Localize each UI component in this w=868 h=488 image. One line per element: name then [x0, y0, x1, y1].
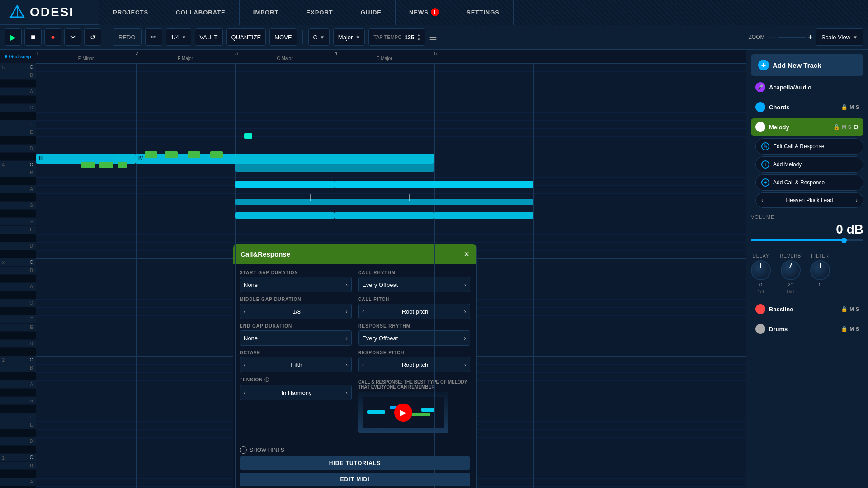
piano-key-C#2[interactable] [0, 446, 36, 454]
dialog-close-button[interactable]: × [464, 249, 469, 259]
piano-key-D2[interactable]: D [0, 437, 36, 446]
tap-tempo-control[interactable]: TAP TEMPO 125 ▲ ▼ [368, 28, 425, 46]
track-chords[interactable]: Chords 🔒 M S [751, 99, 863, 116]
delay-knob[interactable] [751, 260, 771, 280]
piano-key-D#2[interactable] [0, 429, 36, 437]
response-pitch-left-arrow[interactable]: ‹ [362, 361, 364, 368]
track-melody[interactable]: Melody 🔒 M S ⚙ [751, 118, 863, 136]
scale-view-button[interactable]: Scale View ▼ [816, 28, 863, 46]
piano-key-D3[interactable]: D [0, 340, 36, 348]
piano-key-C4[interactable]: 4C [0, 161, 36, 169]
end-gap-right-arrow[interactable]: › [345, 334, 348, 342]
record-button[interactable]: ● [44, 28, 61, 46]
nav-guide[interactable]: GUIDE [347, 0, 396, 25]
piano-key-F#4[interactable] [0, 210, 36, 218]
piano-key-C3[interactable]: 3C [0, 258, 36, 267]
cut-button[interactable]: ✂ [64, 28, 81, 46]
middle-gap-right-arrow[interactable]: › [345, 308, 348, 315]
piano-key-A3[interactable]: A [0, 283, 36, 291]
loop-button[interactable]: ↺ [84, 28, 101, 46]
piano-key-G#1[interactable] [0, 486, 36, 488]
piano-key-B5[interactable]: B [0, 71, 36, 80]
piano-key-G#3[interactable] [0, 291, 36, 299]
response-rhythm-control[interactable]: Every Offbeat › [358, 330, 470, 346]
piano-key-D#4[interactable] [0, 234, 36, 242]
piano-key-A#2[interactable] [0, 372, 36, 380]
melody-s-button[interactable]: S [848, 124, 851, 130]
piano-key-B1[interactable]: B [0, 462, 36, 470]
bassline-m-button[interactable]: M [849, 306, 854, 312]
chords-s-button[interactable]: S [856, 104, 859, 110]
chords-m-button[interactable]: M [849, 104, 854, 110]
filter-knob[interactable] [810, 260, 830, 280]
video-play-button[interactable]: ▶ [394, 404, 412, 422]
piano-key-D#5[interactable] [0, 136, 36, 145]
add-track-button[interactable]: + Add New Track [751, 54, 863, 76]
piano-key-A5[interactable]: A [0, 88, 36, 96]
response-pitch-right-arrow[interactable]: › [464, 361, 466, 368]
call-pitch-control[interactable]: ‹ Root pitch › [358, 304, 470, 319]
piano-key-F3[interactable]: F [0, 315, 36, 324]
piano-key-E4[interactable]: E [0, 226, 36, 234]
edit-midi-button[interactable]: EDIT MIDI [240, 473, 470, 486]
piano-key-A#3[interactable] [0, 275, 36, 283]
stop-button[interactable]: ■ [24, 28, 42, 46]
response-pitch-control[interactable]: ‹ Root pitch › [358, 357, 470, 372]
nav-news[interactable]: NEWS 1 [396, 0, 453, 25]
nav-projects[interactable]: PROJECTS [99, 0, 162, 25]
octave-left-arrow[interactable]: ‹ [244, 361, 246, 368]
piano-key-A#4[interactable] [0, 177, 36, 185]
eq-icon[interactable]: ⚌ [429, 32, 437, 42]
quantize-button[interactable]: QUANTIZE [226, 28, 266, 46]
piano-key-F#3[interactable] [0, 307, 36, 315]
piano-key-B4[interactable]: B [0, 169, 36, 177]
move-button[interactable]: MOVE [269, 28, 297, 46]
piano-key-C#3[interactable] [0, 348, 36, 356]
piano-key-F#5[interactable] [0, 112, 36, 120]
piano-key-G2[interactable]: G [0, 397, 36, 405]
piano-key-A1[interactable]: A [0, 478, 36, 486]
bpm-up-arrow[interactable]: ▲ [417, 33, 420, 37]
piano-key-G5[interactable]: G [0, 104, 36, 112]
piano-key-G#5[interactable] [0, 96, 36, 104]
vault-button[interactable]: VAULT [195, 28, 223, 46]
piano-key-A4[interactable]: A [0, 185, 36, 193]
edit-call-response-button[interactable]: ✎ Edit Call & Response [755, 138, 863, 155]
call-pitch-left-arrow[interactable]: ‹ [362, 308, 364, 315]
piano-key-F5[interactable]: F [0, 120, 36, 128]
key-dropdown[interactable]: C ▼ [308, 28, 330, 46]
melody-gear-icon[interactable]: ⚙ [853, 123, 859, 131]
piano-key-A#1[interactable] [0, 470, 36, 478]
tension-left-arrow[interactable]: ‹ [244, 389, 246, 396]
piano-key-D#3[interactable] [0, 332, 36, 340]
pencil-button[interactable]: ✏ [145, 28, 162, 46]
piano-key-B3[interactable]: B [0, 267, 36, 275]
piano-key-G#2[interactable] [0, 389, 36, 397]
zoom-in-button[interactable]: + [808, 33, 813, 42]
volume-thumb[interactable] [841, 238, 847, 243]
zoom-out-button[interactable]: — [768, 33, 776, 42]
add-call-response-button[interactable]: + Add Call & Response [755, 174, 863, 191]
nav-export[interactable]: EXPORT [292, 0, 347, 25]
piano-key-C#5[interactable] [0, 153, 36, 161]
scale-dropdown[interactable]: Major ▼ [333, 28, 365, 46]
play-button[interactable]: ▶ [5, 28, 22, 46]
octave-right-arrow[interactable]: › [345, 361, 348, 368]
hide-tutorials-button[interactable]: HIDE TUTORIALS [240, 456, 470, 470]
zoom-slider[interactable] [778, 37, 806, 38]
volume-slider[interactable] [751, 239, 863, 241]
drums-m-button[interactable]: M [849, 326, 854, 332]
track-acapella[interactable]: 🎤 Acapella/Audio [751, 79, 863, 96]
call-pitch-right-arrow[interactable]: › [464, 308, 466, 315]
redo-button[interactable]: REDO [113, 28, 142, 46]
piano-key-G#4[interactable] [0, 193, 36, 202]
piano-key-F4[interactable]: F [0, 218, 36, 226]
call-rhythm-control[interactable]: Every Offbeat › [358, 277, 470, 292]
note-value-dropdown[interactable]: 1/4 ▼ [166, 28, 191, 46]
piano-key-F#2[interactable] [0, 405, 36, 413]
tutorial-video[interactable]: ▶ [358, 392, 448, 433]
piano-key-A2[interactable]: A [0, 380, 36, 389]
response-rhythm-right-arrow[interactable]: › [464, 334, 466, 342]
track-bassline[interactable]: Bassline 🔒 M S [751, 300, 863, 318]
piano-key-A#5[interactable] [0, 80, 36, 88]
